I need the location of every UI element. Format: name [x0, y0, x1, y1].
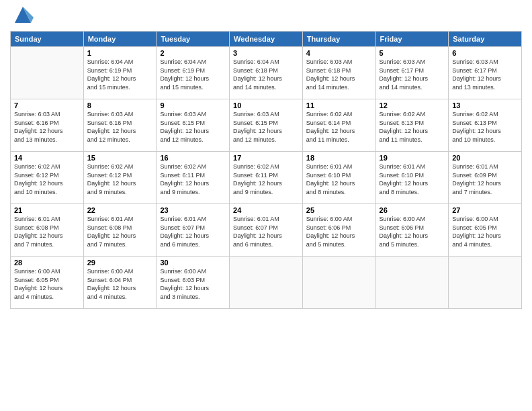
- calendar-cell: 20Sunrise: 6:01 AM Sunset: 6:09 PM Dayli…: [449, 152, 522, 204]
- day-number: 2: [160, 49, 226, 57]
- day-number: 11: [306, 101, 372, 109]
- day-info: Sunrise: 6:00 AM Sunset: 6:03 PM Dayligh…: [160, 267, 226, 301]
- day-info: Sunrise: 6:02 AM Sunset: 6:12 PM Dayligh…: [14, 163, 80, 196]
- day-number: 30: [160, 259, 226, 267]
- day-number: 10: [233, 101, 299, 109]
- logo: [10, 9, 34, 26]
- day-info: Sunrise: 6:02 AM Sunset: 6:14 PM Dayligh…: [306, 110, 372, 144]
- day-number: 6: [452, 49, 518, 57]
- weekday-header: Sunday: [11, 32, 84, 47]
- day-number: 4: [306, 49, 372, 57]
- weekday-header: Tuesday: [157, 32, 230, 47]
- weekday-header: Friday: [375, 32, 449, 47]
- calendar-cell: 14Sunrise: 6:02 AM Sunset: 6:12 PM Dayli…: [11, 152, 84, 204]
- day-number: 15: [87, 154, 153, 162]
- day-info: Sunrise: 6:03 AM Sunset: 6:15 PM Dayligh…: [233, 110, 299, 144]
- calendar-cell: [375, 257, 449, 309]
- calendar-cell: 26Sunrise: 6:00 AM Sunset: 6:06 PM Dayli…: [375, 204, 449, 257]
- day-number: 7: [14, 101, 80, 109]
- calendar-cell: 17Sunrise: 6:02 AM Sunset: 6:11 PM Dayli…: [230, 152, 303, 204]
- calendar-cell: [302, 257, 375, 309]
- day-info: Sunrise: 6:01 AM Sunset: 6:07 PM Dayligh…: [160, 215, 226, 248]
- weekday-header: Saturday: [449, 32, 522, 47]
- calendar-cell: 4Sunrise: 6:03 AM Sunset: 6:18 PM Daylig…: [302, 47, 375, 99]
- day-number: 16: [160, 154, 226, 162]
- day-number: 19: [380, 154, 445, 162]
- day-info: Sunrise: 6:03 AM Sunset: 6:16 PM Dayligh…: [87, 110, 153, 144]
- calendar-cell: 18Sunrise: 6:01 AM Sunset: 6:10 PM Dayli…: [302, 152, 375, 204]
- day-number: 24: [233, 206, 299, 214]
- calendar-cell: 6Sunrise: 6:03 AM Sunset: 6:17 PM Daylig…: [449, 47, 522, 99]
- calendar-cell: 7Sunrise: 6:03 AM Sunset: 6:16 PM Daylig…: [11, 99, 84, 152]
- calendar-table: SundayMondayTuesdayWednesdayThursdayFrid…: [10, 31, 522, 309]
- day-info: Sunrise: 6:03 AM Sunset: 6:18 PM Dayligh…: [306, 58, 372, 91]
- day-info: Sunrise: 6:02 AM Sunset: 6:13 PM Dayligh…: [452, 110, 518, 144]
- calendar-week-row: 21Sunrise: 6:01 AM Sunset: 6:08 PM Dayli…: [11, 204, 522, 257]
- day-info: Sunrise: 6:00 AM Sunset: 6:06 PM Dayligh…: [380, 215, 445, 248]
- day-info: Sunrise: 6:00 AM Sunset: 6:04 PM Dayligh…: [87, 267, 153, 301]
- day-info: Sunrise: 6:03 AM Sunset: 6:17 PM Dayligh…: [380, 58, 445, 91]
- day-number: 9: [160, 101, 226, 109]
- page: SundayMondayTuesdayWednesdayThursdayFrid…: [0, 0, 532, 411]
- weekday-header: Thursday: [302, 32, 375, 47]
- calendar-header-row: SundayMondayTuesdayWednesdayThursdayFrid…: [11, 32, 522, 47]
- day-info: Sunrise: 6:00 AM Sunset: 6:06 PM Dayligh…: [306, 215, 372, 248]
- day-info: Sunrise: 6:00 AM Sunset: 6:05 PM Dayligh…: [14, 267, 80, 301]
- day-number: 1: [87, 49, 153, 57]
- calendar-cell: 11Sunrise: 6:02 AM Sunset: 6:14 PM Dayli…: [302, 99, 375, 152]
- day-number: 23: [160, 206, 226, 214]
- day-number: 27: [452, 206, 518, 214]
- calendar-cell: 16Sunrise: 6:02 AM Sunset: 6:11 PM Dayli…: [157, 152, 230, 204]
- day-info: Sunrise: 6:01 AM Sunset: 6:08 PM Dayligh…: [87, 215, 153, 248]
- calendar-week-row: 14Sunrise: 6:02 AM Sunset: 6:12 PM Dayli…: [11, 152, 522, 204]
- day-number: 14: [14, 154, 80, 162]
- calendar-cell: 19Sunrise: 6:01 AM Sunset: 6:10 PM Dayli…: [375, 152, 449, 204]
- day-number: 29: [87, 259, 153, 267]
- day-info: Sunrise: 6:03 AM Sunset: 6:15 PM Dayligh…: [160, 110, 226, 144]
- calendar-cell: 30Sunrise: 6:00 AM Sunset: 6:03 PM Dayli…: [157, 257, 230, 309]
- day-number: 17: [233, 154, 299, 162]
- day-info: Sunrise: 6:00 AM Sunset: 6:05 PM Dayligh…: [452, 215, 518, 248]
- calendar-cell: 8Sunrise: 6:03 AM Sunset: 6:16 PM Daylig…: [83, 99, 157, 152]
- weekday-header: Wednesday: [230, 32, 303, 47]
- day-number: 21: [14, 206, 80, 214]
- calendar-cell: 28Sunrise: 6:00 AM Sunset: 6:05 PM Dayli…: [11, 257, 84, 309]
- day-info: Sunrise: 6:01 AM Sunset: 6:07 PM Dayligh…: [233, 215, 299, 248]
- calendar-cell: 24Sunrise: 6:01 AM Sunset: 6:07 PM Dayli…: [230, 204, 303, 257]
- calendar-cell: 25Sunrise: 6:00 AM Sunset: 6:06 PM Dayli…: [302, 204, 375, 257]
- day-info: Sunrise: 6:01 AM Sunset: 6:10 PM Dayligh…: [380, 163, 445, 196]
- day-info: Sunrise: 6:04 AM Sunset: 6:19 PM Dayligh…: [87, 58, 153, 91]
- calendar-cell: [11, 47, 84, 99]
- day-info: Sunrise: 6:01 AM Sunset: 6:08 PM Dayligh…: [14, 215, 80, 248]
- day-info: Sunrise: 6:02 AM Sunset: 6:11 PM Dayligh…: [233, 163, 299, 196]
- calendar-week-row: 7Sunrise: 6:03 AM Sunset: 6:16 PM Daylig…: [11, 99, 522, 152]
- day-info: Sunrise: 6:02 AM Sunset: 6:12 PM Dayligh…: [87, 163, 153, 196]
- calendar-cell: 13Sunrise: 6:02 AM Sunset: 6:13 PM Dayli…: [449, 99, 522, 152]
- day-number: 5: [380, 49, 445, 57]
- day-number: 12: [380, 101, 445, 109]
- header: [10, 7, 522, 26]
- day-info: Sunrise: 6:03 AM Sunset: 6:16 PM Dayligh…: [14, 110, 80, 144]
- calendar-cell: 15Sunrise: 6:02 AM Sunset: 6:12 PM Dayli…: [83, 152, 157, 204]
- calendar-cell: 23Sunrise: 6:01 AM Sunset: 6:07 PM Dayli…: [157, 204, 230, 257]
- day-info: Sunrise: 6:03 AM Sunset: 6:17 PM Dayligh…: [452, 58, 518, 91]
- calendar-cell: 12Sunrise: 6:02 AM Sunset: 6:13 PM Dayli…: [375, 99, 449, 152]
- calendar-cell: [449, 257, 522, 309]
- calendar-cell: 1Sunrise: 6:04 AM Sunset: 6:19 PM Daylig…: [83, 47, 157, 99]
- logo-icon: [12, 4, 34, 26]
- day-number: 8: [87, 101, 153, 109]
- day-number: 25: [306, 206, 372, 214]
- calendar-cell: 5Sunrise: 6:03 AM Sunset: 6:17 PM Daylig…: [375, 47, 449, 99]
- day-number: 3: [233, 49, 299, 57]
- day-info: Sunrise: 6:01 AM Sunset: 6:10 PM Dayligh…: [306, 163, 372, 196]
- day-number: 18: [306, 154, 372, 162]
- day-info: Sunrise: 6:04 AM Sunset: 6:19 PM Dayligh…: [160, 58, 226, 91]
- day-number: 26: [380, 206, 445, 214]
- calendar-cell: 22Sunrise: 6:01 AM Sunset: 6:08 PM Dayli…: [83, 204, 157, 257]
- calendar-cell: 2Sunrise: 6:04 AM Sunset: 6:19 PM Daylig…: [157, 47, 230, 99]
- day-info: Sunrise: 6:02 AM Sunset: 6:11 PM Dayligh…: [160, 163, 226, 196]
- day-number: 28: [14, 259, 80, 267]
- day-info: Sunrise: 6:01 AM Sunset: 6:09 PM Dayligh…: [452, 163, 518, 196]
- day-info: Sunrise: 6:02 AM Sunset: 6:13 PM Dayligh…: [380, 110, 445, 144]
- day-info: Sunrise: 6:04 AM Sunset: 6:18 PM Dayligh…: [233, 58, 299, 91]
